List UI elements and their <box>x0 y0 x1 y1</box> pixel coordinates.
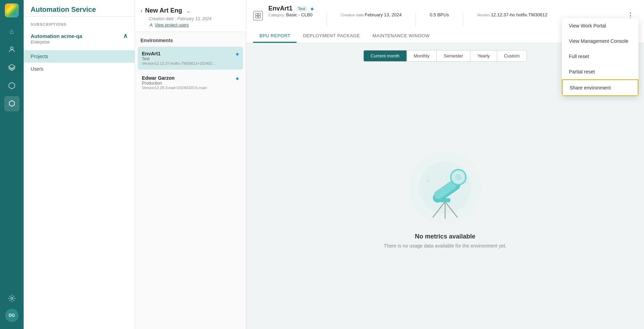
env-type: Production <box>142 81 239 86</box>
env-version: Version12.28.3-ead+20240320.5-main <box>142 86 239 90</box>
sidebar-item-users[interactable]: Users <box>24 63 135 75</box>
env-meta-creation: Creation date February 13, 2024 <box>341 12 402 17</box>
sidebar-item-projects[interactable]: Projects <box>24 50 135 63</box>
project-creation-date: Creation date : February 13, 2024 <box>149 16 240 21</box>
env-bpu-value: 0.5 BPUs <box>430 12 449 17</box>
period-custom[interactable]: Custom <box>497 50 527 61</box>
period-monthly[interactable]: Monthly <box>406 50 437 61</box>
meta-divider-2 <box>416 12 416 26</box>
env-title: EnvArt1 <box>268 5 292 12</box>
env-name: Edwar Garzon <box>142 75 239 81</box>
env-header-info: EnvArt1 Test ◆ Category: Basic - CLB0 Cr… <box>253 5 547 26</box>
svg-point-22 <box>465 181 467 184</box>
telescope-illustration <box>407 149 483 226</box>
nav-bar: ⌂ DG <box>0 0 24 329</box>
no-metrics-desc: There is no usage data available for the… <box>384 243 506 249</box>
app-logo[interactable] <box>5 3 19 17</box>
environments-title: Environments <box>135 32 246 47</box>
dropdown-view-mgmt-console[interactable]: View Management Console <box>562 33 638 49</box>
period-current-month[interactable]: Current month <box>364 50 406 61</box>
sidebar: Automation Service SUBSCRIPTIONS Automat… <box>24 0 135 329</box>
main-content: EnvArt1 Test ◆ Category: Basic - CLB0 Cr… <box>246 0 644 329</box>
nav-settings-icon[interactable] <box>4 291 19 306</box>
env-meta-bpu: 0.5 BPUs <box>430 12 449 17</box>
sidebar-header: Automation Service <box>24 0 135 17</box>
app-title: Automation Service <box>31 6 128 14</box>
dropdown-menu: View Work Portal View Management Console… <box>562 18 638 96</box>
env-item-edwar[interactable]: Edwar Garzon Production Version12.28.3-e… <box>138 71 243 94</box>
environment-list: EnvArt1 Test Version12.12.37-hotfix-TM30… <box>135 47 246 95</box>
env-diamond-icon: ◆ <box>236 52 239 56</box>
env-type-badge: Test <box>295 6 308 11</box>
dropdown-full-reset[interactable]: Full reset <box>562 49 638 64</box>
env-diamond-header-icon: ◆ <box>311 6 314 11</box>
env-creation-value: February 13, 2024 <box>365 12 402 17</box>
env-version-value: 12.12.37-ho hotfix.TM30612 <box>491 12 548 17</box>
subscription-type: Enterprise <box>31 40 128 45</box>
svg-point-21 <box>425 199 427 201</box>
env-diamond-icon: ◆ <box>236 76 239 81</box>
project-panel: ‹ New Art Eng ⌄ Creation date : February… <box>135 0 246 329</box>
svg-point-17 <box>455 174 462 181</box>
users-icon <box>149 23 153 28</box>
tab-deployment-package[interactable]: DEPLOYMENT PACKAGE <box>297 30 366 43</box>
nav-users-icon[interactable] <box>4 42 19 57</box>
nav-hexagon-icon[interactable] <box>4 96 19 111</box>
subscription-collapse-icon[interactable]: ∧ <box>123 32 128 40</box>
project-name: New Art Eng <box>145 7 182 14</box>
nav-home-icon[interactable]: ⌂ <box>4 24 19 39</box>
dropdown-partial-reset[interactable]: Partial reset <box>562 64 638 79</box>
env-category-value: Basic - CLB0 <box>286 12 313 17</box>
nav-layers-icon[interactable] <box>4 60 19 75</box>
subscriptions-label: SUBSCRIPTIONS <box>24 17 135 29</box>
subscription-item[interactable]: Automation acme-qa ∧ Enterprise <box>24 29 135 47</box>
view-project-users-link[interactable]: View project users <box>149 23 240 28</box>
env-grid-icon <box>253 11 263 21</box>
svg-point-19 <box>427 180 429 182</box>
period-semester[interactable]: Semester <box>436 50 470 61</box>
back-button[interactable]: ‹ <box>140 8 142 14</box>
dropdown-view-work-portal[interactable]: View Work Portal <box>562 18 638 33</box>
env-meta-version: Version 12.12.37-ho hotfix.TM30612 <box>477 12 547 17</box>
svg-point-2 <box>11 297 13 299</box>
tab-maintenance-window[interactable]: MAINTENANCE WINDOW <box>366 30 436 43</box>
svg-rect-18 <box>440 198 450 202</box>
meta-divider-3 <box>463 12 463 26</box>
tab-bpu-report[interactable]: BPU REPORT <box>253 30 297 43</box>
svg-rect-4 <box>256 13 258 15</box>
project-panel-header: ‹ New Art Eng ⌄ Creation date : February… <box>135 0 246 32</box>
subscription-name: Automation acme-qa ∧ <box>31 32 128 40</box>
period-yearly[interactable]: Yearly <box>470 50 497 61</box>
svg-rect-6 <box>256 16 258 18</box>
project-collapse-icon[interactable]: ⌄ <box>186 8 191 14</box>
env-type: Test <box>142 56 239 61</box>
env-version: Version12.12.37-hotfix-TM30612+202402... <box>142 61 239 65</box>
env-meta: Category: Basic - CLB0 Creation date Feb… <box>268 12 547 26</box>
svg-point-0 <box>10 47 13 49</box>
nav-items: Projects Users <box>24 47 135 78</box>
no-metrics-section: No metrics available There is no usage d… <box>253 76 637 322</box>
meta-divider <box>327 12 327 26</box>
env-item-envart1[interactable]: EnvArt1 Test Version12.12.37-hotfix-TM30… <box>138 47 243 70</box>
env-name: EnvArt1 <box>142 51 239 56</box>
env-meta-category: Category: Basic - CLB0 <box>268 12 313 17</box>
dropdown-share-environment[interactable]: Share environment <box>562 79 638 96</box>
svg-rect-7 <box>258 16 260 18</box>
svg-point-20 <box>464 197 465 199</box>
svg-point-3 <box>150 24 152 25</box>
no-metrics-title: No metrics available <box>415 233 475 240</box>
period-buttons: Current month Monthly Semester Yearly Cu… <box>363 50 527 62</box>
nav-box-icon[interactable] <box>4 78 19 93</box>
nav-avatar[interactable]: DG <box>5 309 18 322</box>
svg-rect-5 <box>258 13 260 15</box>
